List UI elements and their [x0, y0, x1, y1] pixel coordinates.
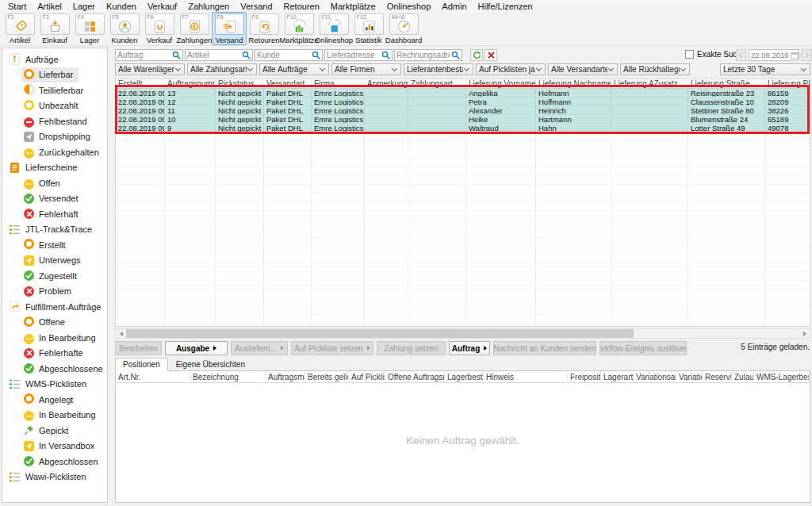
menu-marktplaetze[interactable]: Marktplätze [325, 1, 381, 12]
toolbar-button-retouren[interactable]: F9Retouren [247, 12, 282, 45]
menu-zahlungen[interactable]: Zahlungen [182, 1, 235, 12]
menu-kunden[interactable]: Kunden [101, 1, 142, 12]
order-row[interactable]: 22.08.2019 09:3...11Nicht gepicktPaket D… [116, 106, 810, 115]
action-button-zahlung-setzen[interactable]: Zahlung setzen [377, 341, 446, 355]
sidebar-item-in-versandbox[interactable]: In Versandbox [21, 439, 100, 454]
toolbar-button-dashboard[interactable]: Alt+DDashboard [386, 12, 421, 45]
positions-column-variationsartikel[interactable]: Variationsartikel [634, 371, 676, 383]
column-header-lieferung-nachname[interactable]: Lieferung Nachname [536, 79, 611, 89]
search-field[interactable] [255, 51, 312, 59]
toolbar-button-marktplaetze[interactable]: F10Marktplätze [282, 12, 316, 45]
sidebar-item-unbezahlt[interactable]: Unbezahlt [21, 98, 84, 114]
menu-verkauf[interactable]: Verkauf [142, 1, 182, 12]
scroll-left-arrow[interactable] [116, 329, 126, 338]
search-icon[interactable] [451, 51, 462, 59]
positions-column-variation[interactable]: Variation [676, 371, 703, 383]
sidebar-group-auftraege[interactable]: !Aufträge [2, 52, 107, 67]
tab-eigene-uebersichten[interactable]: Eigene Übersichten [168, 358, 253, 371]
toolbar-button-lager[interactable]: F4Lager [72, 12, 107, 45]
column-header-erstellt[interactable]: Erstellt [116, 79, 165, 89]
search-input-artikel[interactable] [185, 49, 253, 61]
sidebar-item-problem[interactable]: Problem [21, 284, 77, 300]
search-input-auftrag[interactable] [115, 49, 183, 61]
positions-column-auftragsmenge[interactable]: Auftragsmenge [266, 371, 305, 383]
search-field[interactable] [395, 51, 451, 59]
positions-column-lagerbestand[interactable]: Lagerbestand [445, 371, 484, 383]
sidebar-item-teillieferbar[interactable]: Teillieferbar [21, 82, 89, 98]
toolbar-button-verkauf[interactable]: F6Verkauf [142, 12, 177, 45]
column-header-auftragsnummer[interactable]: Auftragsnummer [165, 79, 216, 89]
sidebar-item-unterwegs[interactable]: Unterwegs [21, 253, 86, 269]
sidebar-item-fehlerhaft[interactable]: Fehlerhaft [21, 206, 84, 222]
search-icon[interactable] [312, 51, 322, 59]
toolbar-button-onlineshop[interactable]: F11Onlineshop [316, 12, 351, 45]
action-button-nachricht-an-kunden-senden[interactable]: Nachricht an Kunden senden [493, 341, 596, 355]
sidebar-item-erstellt[interactable]: Erstellt [21, 237, 71, 253]
positions-column-offene-auftragsmenge[interactable]: Offene Auftragsmenge [385, 371, 445, 383]
menu-onlineshop[interactable]: Onlineshop [381, 1, 437, 12]
date-next-button[interactable] [802, 49, 812, 61]
toolbar-button-kunden[interactable]: F5Kunden [107, 12, 142, 45]
sidebar-item-in-bearbeitung[interactable]: In Bearbeitung [21, 408, 102, 424]
sidebar-group-wawi-picklisten[interactable]: Wawi-Picklisten [2, 470, 107, 485]
action-button-auf-pickliste-setzen[interactable]: Auf Pickliste setzen [291, 341, 373, 355]
action-button-bearbeiten[interactable]: Bearbeiten [115, 341, 162, 355]
sidebar-item-versendet[interactable]: Versendet [21, 191, 84, 207]
menu-artikel[interactable]: Artikel [32, 1, 67, 12]
sidebar-item-abgeschlossene[interactable]: Abgeschlossene [21, 361, 108, 377]
sidebar-item-zugestellt[interactable]: Zugestellt [21, 268, 82, 284]
filter-dropdown-alle-zahlungsarten[interactable]: Alle Zahlungsarten [187, 63, 257, 75]
filter-dropdown-auf-picklisten-ja[interactable]: Auf Picklisten ja [476, 63, 546, 75]
clear-filter-button[interactable] [485, 49, 497, 61]
search-field[interactable] [186, 51, 242, 59]
exact-search-checkbox[interactable] [685, 50, 694, 59]
refresh-button[interactable] [470, 49, 483, 61]
menu-versand[interactable]: Versand [235, 1, 278, 12]
sidebar-group-lieferscheine[interactable]: Lieferscheine [2, 160, 107, 176]
positions-column-reserviert[interactable]: Reserviert [703, 371, 732, 383]
action-button-ausgabe[interactable]: Ausgabe [165, 341, 228, 355]
filter-dropdown-period[interactable]: Letzte 30 Tage [720, 63, 810, 75]
menu-admin[interactable]: Admin [436, 1, 472, 12]
search-input-kunde[interactable] [255, 49, 323, 61]
column-header-lieferung-plz[interactable]: Lieferung PLZ [765, 79, 810, 89]
scrollbar-thumb[interactable] [126, 329, 634, 338]
action-button-ausliefern[interactable]: Ausliefern... [231, 341, 288, 355]
search-icon[interactable] [381, 51, 392, 59]
sidebar-item-lieferbar[interactable]: Lieferbar [21, 67, 79, 83]
order-row[interactable]: 22.08.2019 09:3...9Nicht gepicktPaket DH… [116, 124, 810, 132]
action-button-auftrag[interactable]: Auftrag [449, 341, 490, 355]
toolbar-button-zahlungen[interactable]: F7€Zahlungen [177, 12, 212, 45]
sidebar-item-fehlbestand[interactable]: Fehlbestand [21, 113, 93, 129]
column-header-lieferung-azusatz[interactable]: Lieferung AZusatz [611, 79, 688, 89]
column-header-versandart[interactable]: Versandart [264, 79, 312, 89]
sidebar-item-zurueckgehalten[interactable]: Zurückgehalten [21, 144, 105, 160]
search-field[interactable] [116, 51, 172, 59]
order-row[interactable]: 22.08.2019 09:3...12Nicht gepicktPaket D… [116, 98, 810, 106]
positions-column-auf-picklisten[interactable]: Auf Picklisten [349, 371, 385, 383]
search-icon[interactable] [242, 51, 252, 59]
sidebar-item-dropshipping[interactable]: Dropshipping [21, 129, 96, 145]
sidebar-item-offene[interactable]: Offene [21, 315, 71, 331]
menu-hilfe-lizenzen[interactable]: Hilfe/Lizenzen [473, 1, 538, 12]
sidebar-item-offen[interactable]: Offen [21, 175, 66, 191]
column-header-lieferung-vorname[interactable]: Lieferung Vorname [466, 79, 536, 89]
toolbar-button-einkauf[interactable]: F3Einkauf [37, 12, 72, 45]
toolbar-button-statistik[interactable]: F12Statistik [351, 12, 386, 45]
filter-dropdown-lieferantenbestand-nein[interactable]: Lieferantenbestand nein [404, 63, 473, 75]
action-button-workflow-ereignis-ausloesen[interactable]: Workflow-Ereignis auslösen [599, 341, 687, 355]
positions-column-hinweis[interactable]: Hinweis [484, 371, 568, 383]
positions-column-freiposition[interactable]: Freiposition [568, 371, 601, 383]
positions-column-art-nr[interactable]: Art.Nr. [116, 371, 190, 383]
sidebar-group-fulfillment-auftraege[interactable]: Fulfillment-Aufträge [2, 299, 107, 315]
column-header-lieferung-strasse[interactable]: Lieferung Straße [688, 79, 765, 89]
sidebar-group-jtl-track-trace[interactable]: JTL-Track&Trace [2, 222, 107, 238]
menu-lager[interactable]: Lager [67, 1, 101, 12]
sidebar-item-fehlerhafte[interactable]: Fehlerhafte [21, 346, 89, 362]
positions-column-bezeichnung[interactable]: Bezeichnung [190, 371, 266, 383]
sidebar-item-abgeschlossen[interactable]: Abgeschlossen [21, 454, 104, 470]
search-input-rechnungsadresse[interactable] [394, 49, 462, 61]
column-header-anmerkung[interactable]: Anmerkung [365, 79, 408, 89]
column-header-zahlungsart[interactable]: Zahlungsart [408, 79, 466, 89]
sidebar-group-wms-picklisten[interactable]: WMS-Picklisten [2, 377, 107, 393]
